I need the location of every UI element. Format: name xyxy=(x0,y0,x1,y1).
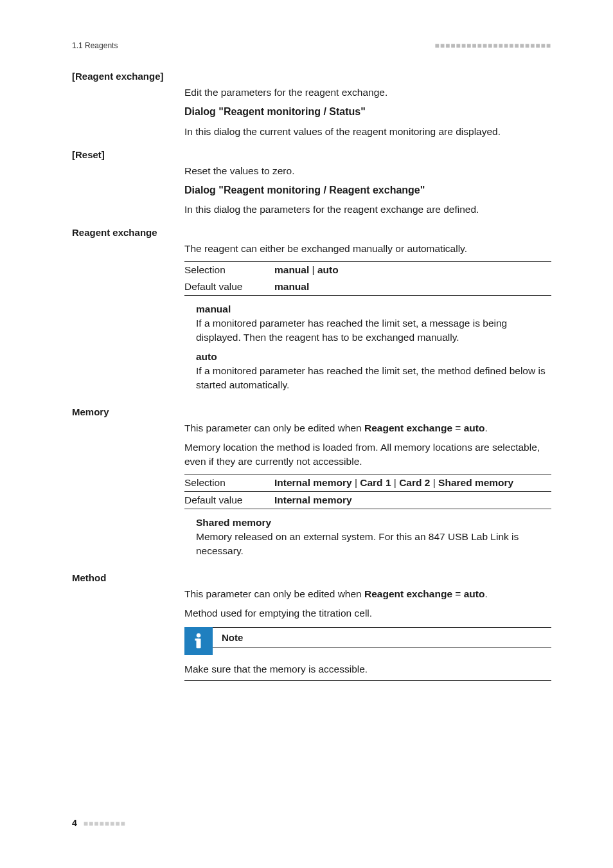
text: = xyxy=(452,422,464,433)
text: = xyxy=(452,588,464,599)
note-text: Make sure that the memory is accessible. xyxy=(184,664,368,674)
kv-label: Default value xyxy=(184,280,274,294)
page-footer: 4 ■■■■■■■■ xyxy=(72,818,126,828)
kv-value: manual xyxy=(274,280,309,294)
info-icon xyxy=(184,627,213,655)
definition-term: manual xyxy=(196,302,551,316)
definition-text: If a monitored parameter has reached the… xyxy=(196,316,551,345)
definition-text: Memory released on an external system. F… xyxy=(196,530,551,558)
definition-term: Shared memory xyxy=(196,516,551,530)
paragraph: Method used for emptying the titration c… xyxy=(184,606,551,620)
paragraph: This parameter can only be edited when R… xyxy=(184,421,551,435)
definition-term: auto xyxy=(196,350,551,364)
dialog-heading-exchange: Dialog "Reagent monitoring / Reagent exc… xyxy=(184,183,551,198)
param-label-reagent-exchange-action: [Reagent exchange] xyxy=(72,69,184,82)
param-label-memory: Memory xyxy=(72,405,184,417)
text-bold: auto xyxy=(464,422,485,433)
svg-rect-2 xyxy=(195,639,199,641)
kv-value: Internal memory | Card 1 | Card 2 | Shar… xyxy=(274,476,513,490)
param-label-method: Method xyxy=(72,571,184,583)
note-box: Note Make sure that the memory is access… xyxy=(184,627,551,680)
kv-label: Selection xyxy=(184,476,274,490)
selection-table: Selection Internal memory | Card 1 | Car… xyxy=(184,474,551,509)
footer-ornament: ■■■■■■■■ xyxy=(84,819,126,828)
paragraph: In this dialog the parameters for the re… xyxy=(184,203,551,217)
text: . xyxy=(484,588,487,599)
text-bold: Reagent exchange xyxy=(364,588,452,599)
note-label: Note xyxy=(222,632,243,643)
text-bold: Reagent exchange xyxy=(364,422,452,433)
dialog-heading-status: Dialog "Reagent monitoring / Status" xyxy=(184,105,551,120)
section-reference: 1.1 Reagents xyxy=(72,41,118,50)
paragraph: Reset the values to zero. xyxy=(184,164,551,178)
text: . xyxy=(484,422,487,433)
page-number: 4 xyxy=(72,818,77,828)
text: This parameter can only be edited when xyxy=(184,422,364,433)
header-ornament: ■■■■■■■■■■■■■■■■■■■■■■ xyxy=(435,41,551,50)
paragraph: The reagent can either be exchanged manu… xyxy=(184,242,551,256)
text-bold: auto xyxy=(464,588,485,599)
paragraph: Memory location the method is loaded fro… xyxy=(184,440,551,469)
param-label-reset: [Reset] xyxy=(72,148,184,160)
definition-text: If a monitored parameter has reached the… xyxy=(196,364,551,392)
text: This parameter can only be edited when xyxy=(184,588,364,599)
kv-value: Internal memory xyxy=(274,493,352,507)
kv-label: Default value xyxy=(184,493,274,507)
kv-label: Selection xyxy=(184,263,274,277)
param-label-reagent-exchange: Reagent exchange xyxy=(72,226,184,238)
svg-point-0 xyxy=(197,633,201,638)
paragraph: Edit the parameters for the reagent exch… xyxy=(184,86,551,100)
selection-table: Selection manual | auto Default value ma… xyxy=(184,261,551,296)
paragraph: In this dialog the current values of the… xyxy=(184,125,551,139)
kv-value: manual | auto xyxy=(274,263,339,277)
paragraph: This parameter can only be edited when R… xyxy=(184,587,551,601)
